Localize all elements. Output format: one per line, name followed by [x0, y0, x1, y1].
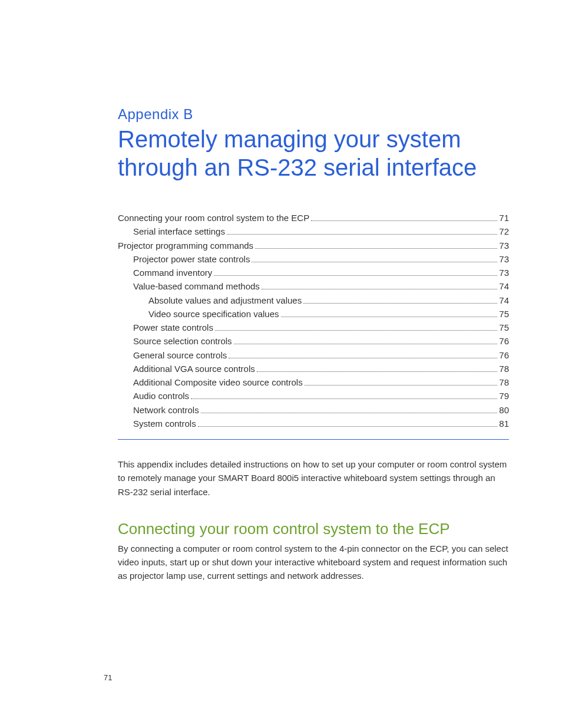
toc-entry-page: 79 — [499, 389, 509, 403]
toc-entry-label: Value-based command methods — [133, 279, 260, 293]
toc-entry[interactable]: Network controls80 — [118, 403, 509, 417]
toc-entry-page: 73 — [499, 239, 509, 252]
page: Appendix B Remotely managing your system… — [0, 0, 562, 728]
divider — [118, 439, 509, 440]
toc-entry-label: Additional VGA source controls — [133, 362, 255, 375]
toc-leader-dots — [191, 398, 497, 399]
toc-entry[interactable]: Connecting your room control system to t… — [118, 211, 509, 225]
page-number: 71 — [104, 673, 112, 682]
toc-leader-dots — [305, 385, 498, 386]
toc-entry[interactable]: Additional Composite video source contro… — [118, 375, 509, 389]
toc-entry-label: Source selection controls — [133, 334, 232, 348]
toc-leader-dots — [311, 220, 497, 221]
toc-entry-page: 78 — [499, 375, 509, 389]
toc-entry[interactable]: Projector programming commands73 — [118, 239, 509, 252]
toc-entry-page: 74 — [499, 279, 509, 293]
toc-entry-label: Connecting your room control system to t… — [118, 211, 309, 225]
toc-entry-label: Serial interface settings — [133, 225, 225, 238]
toc-entry-page: 81 — [499, 417, 509, 430]
toc-leader-dots — [215, 330, 497, 331]
toc-entry-page: 74 — [499, 294, 509, 307]
toc-entry[interactable]: Serial interface settings72 — [118, 225, 509, 238]
toc-entry-label: Projector power state controls — [133, 252, 250, 266]
toc-leader-dots — [229, 358, 497, 358]
toc-leader-dots — [252, 262, 497, 262]
toc-entry[interactable]: Projector power state controls73 — [118, 252, 509, 266]
toc-entry-page: 75 — [499, 321, 509, 334]
section-heading: Connecting your room control system to t… — [118, 520, 509, 538]
toc-entry-label: Video source specification values — [148, 307, 279, 321]
toc-leader-dots — [262, 289, 497, 289]
toc-entry-label: Additional Composite video source contro… — [133, 375, 303, 389]
toc-entry[interactable]: Absolute values and adjustment values74 — [118, 294, 509, 307]
page-title: Remotely managing your system through an… — [118, 125, 509, 182]
toc-entry[interactable]: Source selection controls76 — [118, 334, 509, 348]
toc-leader-dots — [281, 317, 498, 317]
toc-entry-label: Command inventory — [133, 266, 212, 279]
toc-entry[interactable]: Value-based command methods74 — [118, 279, 509, 293]
toc-entry-page: 76 — [499, 348, 509, 362]
toc-entry[interactable]: System controls81 — [118, 417, 509, 430]
table-of-contents: Connecting your room control system to t… — [118, 211, 509, 430]
toc-entry[interactable]: Video source specification values75 — [118, 307, 509, 321]
toc-entry-label: Absolute values and adjustment values — [148, 294, 302, 307]
toc-entry[interactable]: Additional VGA source controls78 — [118, 362, 509, 375]
toc-entry-page: 78 — [499, 362, 509, 375]
toc-leader-dots — [201, 413, 498, 413]
toc-leader-dots — [255, 248, 497, 249]
toc-entry-page: 72 — [499, 225, 509, 238]
toc-leader-dots — [214, 275, 497, 276]
toc-leader-dots — [257, 371, 498, 372]
toc-entry-label: Power state controls — [133, 321, 213, 334]
toc-entry[interactable]: Power state controls75 — [118, 321, 509, 334]
toc-leader-dots — [227, 234, 497, 235]
toc-leader-dots — [303, 303, 497, 304]
toc-entry[interactable]: Audio controls79 — [118, 389, 509, 403]
toc-entry[interactable]: General source controls76 — [118, 348, 509, 362]
toc-entry-label: Network controls — [133, 403, 199, 417]
toc-entry-page: 80 — [499, 403, 509, 417]
toc-entry-page: 76 — [499, 334, 509, 348]
toc-entry-label: Audio controls — [133, 389, 189, 403]
toc-entry-page: 75 — [499, 307, 509, 321]
toc-leader-dots — [234, 344, 498, 344]
section-body: By connecting a computer or room control… — [118, 542, 509, 583]
appendix-label: Appendix B — [118, 106, 509, 123]
toc-entry-page: 71 — [499, 211, 509, 225]
toc-entry-label: System controls — [133, 417, 196, 430]
intro-paragraph: This appendix includes detailed instruct… — [118, 457, 509, 499]
toc-leader-dots — [198, 426, 498, 427]
toc-entry-label: Projector programming commands — [118, 239, 253, 252]
toc-entry-page: 73 — [499, 252, 509, 266]
toc-entry[interactable]: Command inventory73 — [118, 266, 509, 279]
toc-entry-page: 73 — [499, 266, 509, 279]
toc-entry-label: General source controls — [133, 348, 227, 362]
